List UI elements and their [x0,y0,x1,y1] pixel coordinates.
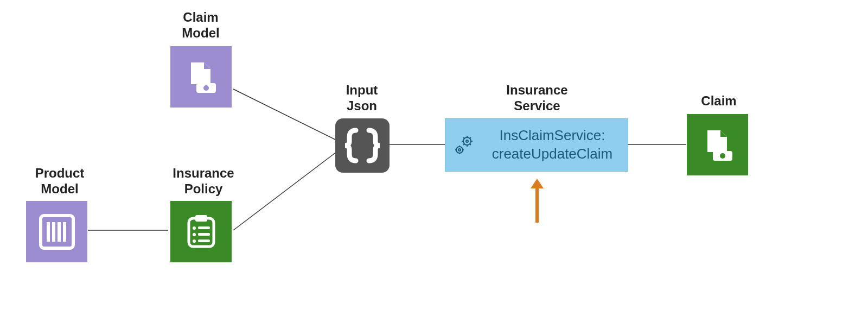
insurance-policy-label: InsurancePolicy [163,166,244,197]
svg-line-28 [470,137,471,138]
insurance-service-label: InsuranceService [472,83,602,114]
clipboard-list-icon [183,214,219,250]
svg-rect-13 [195,215,207,222]
svg-point-14 [193,226,196,230]
gears-icon [452,133,477,157]
svg-marker-37 [531,179,544,188]
svg-rect-8 [58,222,61,242]
money-document-icon [701,128,735,162]
svg-rect-9 [63,222,66,242]
svg-line-27 [470,144,471,145]
svg-line-29 [463,144,464,145]
svg-point-20 [463,137,471,145]
svg-rect-5 [41,216,73,248]
insurance-service-box: InsClaimService:createUpdateClaim [445,118,628,172]
svg-line-1 [233,89,336,140]
svg-point-30 [456,147,463,153]
insurance-policy-box [170,201,232,262]
barcode-icon [39,213,75,250]
product-model-label: ProductModel [22,166,98,197]
svg-rect-7 [52,222,55,242]
svg-rect-12 [189,218,214,247]
money-document-icon [184,60,218,94]
svg-rect-19 [198,239,210,242]
braces-icon [341,124,384,167]
orange-arrow-icon [526,176,548,225]
claim-label: Claim [692,93,746,109]
claim-model-label: ClaimModel [168,10,233,41]
claim-model-box [170,46,232,108]
input-json-label: InputJson [337,83,386,114]
input-json-box [335,118,390,173]
svg-point-39 [720,153,725,159]
svg-point-18 [193,239,196,243]
svg-line-2 [233,152,336,230]
svg-rect-6 [47,222,50,242]
svg-point-31 [458,149,461,151]
claim-box [687,114,748,175]
svg-line-26 [463,137,464,138]
product-model-box [26,201,87,262]
svg-rect-15 [198,226,210,229]
svg-point-16 [193,233,196,236]
svg-point-21 [466,140,468,142]
svg-rect-17 [198,233,210,236]
svg-point-11 [203,85,209,91]
insurance-service-text: InsClaimService:createUpdateClaim [477,127,628,163]
